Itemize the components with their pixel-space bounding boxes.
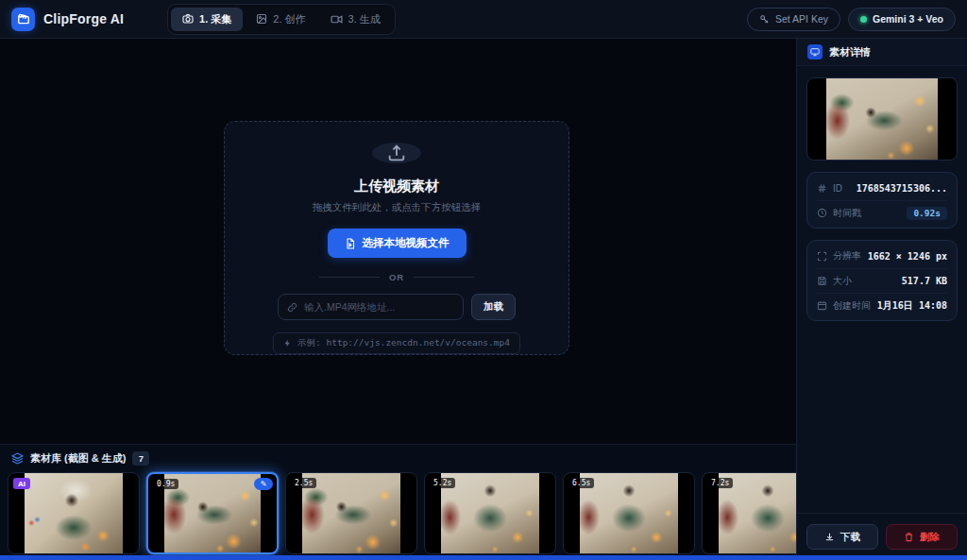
load-url-button[interactable]: 加载 xyxy=(471,294,516,320)
save-icon xyxy=(817,276,827,286)
library-count-badge: 7 xyxy=(132,451,149,466)
video-url-input[interactable] xyxy=(304,301,454,313)
upload-title: 上传视频素材 xyxy=(354,178,439,195)
example-url-hint: 示例: http://vjs.zencdn.net/v/oceans.mp4 xyxy=(273,332,520,354)
material-library-panel: 素材库 (截图 & 生成) 7 AI 0.9s ✎ 2.5s 5.2s 6.5s… xyxy=(0,444,796,560)
thumbnail-strip: AI 0.9s ✎ 2.5s 5.2s 6.5s 7.2s xyxy=(0,469,796,557)
clock-icon xyxy=(817,208,827,218)
time-label: 5.2s xyxy=(430,478,455,488)
resolution-row: 分辨率 1662 × 1246 px xyxy=(817,244,947,268)
time-label: 0.9s xyxy=(153,479,178,489)
timestamp-row: 时间戳 0.92s xyxy=(817,200,947,225)
bottom-accent-bar xyxy=(0,555,967,560)
time-label: 2.5s xyxy=(291,478,316,488)
id-value: 1768543715306... xyxy=(857,183,947,194)
library-title: 素材库 (截图 & 生成) xyxy=(30,451,126,466)
id-row: ID 1768543715306... xyxy=(817,176,947,200)
upload-icon xyxy=(372,143,421,163)
zap-icon xyxy=(283,339,292,348)
set-api-key-button[interactable]: Set API Key xyxy=(747,8,840,31)
or-divider: OR xyxy=(319,272,474,282)
upload-dropzone[interactable]: 上传视频素材 拖拽文件到此处，或点击下方按钮选择 选择本地视频文件 OR 加载 … xyxy=(224,121,569,355)
main-canvas: 上传视频素材 拖拽文件到此处，或点击下方按钮选择 选择本地视频文件 OR 加载 … xyxy=(0,39,796,444)
upload-subtitle: 拖拽文件到此处，或点击下方按钮选择 xyxy=(313,201,482,214)
app-header: ClipForge AI 1. 采集 2. 创作 3. 生成 Set API K… xyxy=(0,0,967,39)
trash-icon xyxy=(904,532,914,542)
select-local-file-button[interactable]: 选择本地视频文件 xyxy=(328,229,467,258)
status-dot-icon xyxy=(860,16,867,23)
file-icon xyxy=(345,238,356,249)
size-value: 517.7 KB xyxy=(902,276,947,286)
detail-panel-title: 素材详情 xyxy=(829,45,871,59)
detail-sidebar: 素材详情 ID 1768543715306... 时间戳 0.92s 分辨率 1… xyxy=(796,39,967,560)
key-icon xyxy=(759,14,770,25)
tab-create[interactable]: 2. 创作 xyxy=(245,8,316,31)
link-icon xyxy=(287,302,297,313)
app-title: ClipForge AI xyxy=(43,11,124,26)
delete-button[interactable]: 删除 xyxy=(886,524,958,550)
time-label: 6.5s xyxy=(568,478,594,488)
ai-badge: AI xyxy=(13,478,30,489)
library-item-6-5s[interactable]: 6.5s xyxy=(563,472,695,554)
layers-icon xyxy=(11,452,24,465)
size-row: 大小 517.7 KB xyxy=(817,268,947,293)
created-row: 创建时间 1月16日 14:08 xyxy=(817,293,947,317)
selected-material-preview xyxy=(806,77,958,161)
tab-collect[interactable]: 1. 采集 xyxy=(171,8,243,31)
model-status-badge[interactable]: Gemini 3 + Veo xyxy=(848,8,956,31)
library-item-5-2s[interactable]: 5.2s xyxy=(424,472,556,554)
url-input-wrap xyxy=(278,294,464,320)
thumbnail-image xyxy=(441,473,539,553)
library-item-ai[interactable]: AI xyxy=(8,472,140,554)
image-icon xyxy=(256,13,267,25)
file-info-card: 分辨率 1662 × 1246 px 大小 517.7 KB 创建时间 1月16… xyxy=(806,240,958,321)
download-icon xyxy=(824,532,835,542)
video-icon xyxy=(331,13,343,25)
tab-generate[interactable]: 3. 生成 xyxy=(319,8,392,31)
workflow-tabs: 1. 采集 2. 创作 3. 生成 xyxy=(167,4,396,35)
created-value: 1月16日 14:08 xyxy=(877,299,947,313)
crop-icon xyxy=(817,251,827,262)
hash-icon xyxy=(817,183,827,194)
camera-icon xyxy=(182,13,194,25)
time-label: 7.2s xyxy=(707,478,733,488)
thumbnail-image xyxy=(164,474,261,552)
calendar-icon xyxy=(817,300,827,311)
clapperboard-logo-icon xyxy=(11,8,35,31)
library-item-0-9s[interactable]: 0.9s ✎ xyxy=(146,472,279,554)
resolution-value: 1662 × 1246 px xyxy=(868,251,947,262)
edit-badge-icon[interactable]: ✎ xyxy=(254,478,273,490)
thumbnail-image xyxy=(25,473,123,553)
timestamp-badge: 0.92s xyxy=(907,207,947,220)
thumbnail-image xyxy=(580,473,678,553)
library-item-2-5s[interactable]: 2.5s xyxy=(285,472,417,554)
id-time-card: ID 1768543715306... 时间戳 0.92s xyxy=(806,172,958,229)
thumbnail-image xyxy=(302,473,400,553)
download-button[interactable]: 下载 xyxy=(806,524,878,550)
monitor-icon xyxy=(807,44,823,59)
